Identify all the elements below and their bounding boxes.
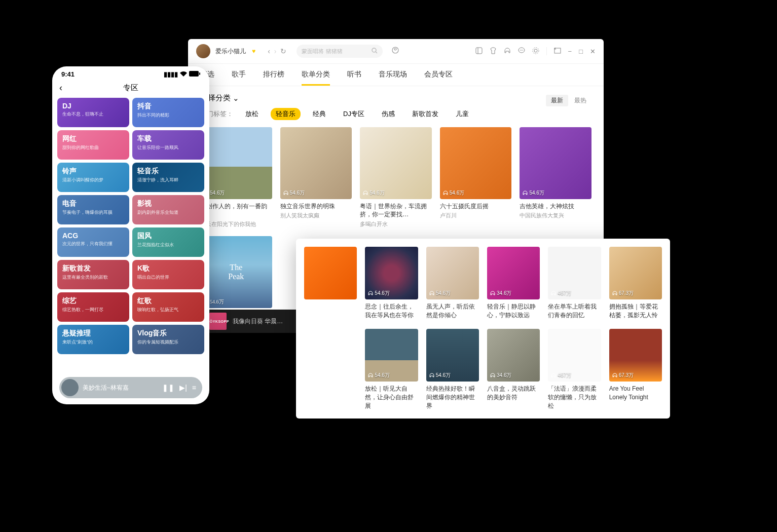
playlist-card[interactable]: 54.6万 六十五摄氏度后摇 卢百川 [440,127,512,228]
category-card[interactable]: 影视剧内剧外音乐全知道 [132,195,204,224]
tab-item[interactable]: 歌单分类 [302,70,330,86]
playlist-title: 听创作人的，别有一番韵味 [200,202,272,219]
tab-item[interactable]: 会员专区 [424,70,453,86]
category-card[interactable]: 电音节奏电子，嗨爆你的耳膜 [57,195,129,224]
panel-title: 八音盒，灵动跳跃的美妙音符 [487,385,540,402]
sort-hottest[interactable]: 最热 [569,95,591,106]
category-card[interactable]: K歌唱出自己的世界 [132,260,204,289]
tag-item[interactable]: 放松 [240,108,264,120]
tab-item[interactable]: 音乐现场 [379,70,407,86]
panel-cover[interactable]: 54.6万 [365,247,418,299]
tab-item[interactable]: 排行榜 [263,70,284,86]
back-icon[interactable]: ‹ [59,83,62,93]
tag-item[interactable]: 新歌首发 [407,108,443,120]
playlist-card[interactable]: The Peak 54.6万 [200,236,272,308]
player-song[interactable]: 我像向日葵 华晨… [233,317,283,326]
panel-cover[interactable]: 54.6万 [426,247,479,299]
mini-player[interactable]: 美妙生活–林宥嘉 ❚❚ ▶| ≡ [59,377,202,398]
panel-card[interactable]: 467万坐在单车上听着我们青春的回忆 [548,247,601,320]
panel-card[interactable]: 67.3万Are You Feel Lonely Tonight [609,329,662,410]
panel-cover[interactable]: 467万 [548,329,601,382]
search-input[interactable]: 蒙面唱将 猪猪猪 [297,45,383,58]
panel-cover[interactable]: 34.6万 [487,247,540,299]
username[interactable]: 爱乐小猫儿 [215,47,246,56]
tag-item[interactable]: DJ专区 [338,108,369,120]
nav-fwd-icon[interactable]: › [274,47,277,55]
panel-cover[interactable] [304,247,357,299]
category-card[interactable]: 悬疑推理来听点"刺激"的 [57,325,129,354]
panel-card[interactable]: 54.6万放松｜听见大自然，让身心自由舒展 [365,329,418,410]
playlist-card[interactable]: 54.6万 听创作人的，别有一番韵味 生长在阳光下的你我他 [200,127,272,228]
category-card[interactable]: 轻音乐清澈宁静，洗入耳畔 [132,163,204,192]
close-icon[interactable]: ✕ [590,48,596,55]
play-count: 54.6万 [368,290,389,297]
mini-player-art[interactable] [61,379,79,396]
category-card[interactable]: 铃声清新小调叫醒你的梦 [57,163,129,192]
refresh-icon[interactable]: ↻ [280,47,286,55]
category-card[interactable]: 抖音抖出不同的精彩 [132,98,204,127]
panel-card[interactable]: 67.3万拥抱孤独｜等爱花枯萎，孤影无人怜 [609,247,662,320]
player-art[interactable]: RÖYKSOPP [209,313,227,330]
gear-icon[interactable] [532,47,539,56]
playlist-cover[interactable]: 54.6万 [280,127,352,199]
playlist-card[interactable]: 54.6万 独立音乐世界的明珠 别人笑我太疯癫 [280,127,352,228]
minimize-icon[interactable]: − [568,48,572,55]
category-card[interactable]: Vlog音乐你的专属短视频配乐 [132,325,204,354]
tab-item[interactable]: 听书 [347,70,361,86]
panel-title: 经典热辣好歌！瞬间燃爆你的精神世界 [426,385,479,410]
panel-card[interactable]: 34.6万八音盒，灵动跳跃的美妙音符 [487,329,540,410]
avatar[interactable] [196,44,210,58]
category-card[interactable]: 网红甜到你的网红歌曲 [57,130,129,160]
nav-back-icon[interactable]: ‹ [268,47,270,55]
mic-icon[interactable] [392,47,399,56]
tag-item[interactable]: 伤感 [377,108,400,120]
tag-item[interactable]: 经典 [308,108,331,120]
panel-card[interactable]: 34.6万轻音乐｜静思以静心，宁静以致远 [487,247,540,320]
status-icons: ▮▮▮▮ [164,70,200,78]
panel-cover[interactable]: 67.3万 [609,247,662,299]
panel-title: Are You Feel Lonely Tonight [609,385,662,402]
panel-cover[interactable]: 34.6万 [487,329,540,382]
panel-cover[interactable]: 67.3万 [609,329,662,382]
grid-icon[interactable] [475,47,483,56]
playlist-cover[interactable]: 54.6万 [520,127,591,199]
panel-card[interactable] [304,247,357,320]
pause-icon[interactable]: ❚❚ [162,384,174,392]
category-card[interactable]: 车载让音乐陪你一路顺风 [132,130,204,160]
category-card[interactable]: 新歌首发这里有最全类别的新歌 [57,260,129,289]
search-icon[interactable] [372,48,378,55]
svg-rect-1 [199,72,200,75]
maximize-icon[interactable]: □ [579,48,583,55]
category-card[interactable]: 国风兰花指捻红尘似水 [132,227,204,257]
playlist-cover[interactable]: 54.6万 [360,127,432,199]
tab-item[interactable]: 歌手 [232,70,246,86]
category-card[interactable]: ACG次元的世界，只有我们懂 [57,227,129,257]
list-icon[interactable]: ≡ [192,384,196,392]
headphone-icon[interactable] [504,47,511,56]
tag-item[interactable]: 轻音乐 [271,108,301,120]
panel-card[interactable]: 467万「法语」浪漫而柔软的慵懒，只为放松 [548,329,601,410]
panel-card[interactable]: 54.6万经典热辣好歌！瞬间燃爆你的精神世界 [426,329,479,410]
panel-cover[interactable]: 54.6万 [365,329,418,382]
svg-point-5 [394,48,396,50]
shirt-icon[interactable] [490,47,497,56]
category-subtitle: 节奏电子，嗨爆你的耳膜 [62,209,124,216]
panel-cover[interactable]: 54.6万 [426,329,479,382]
playlist-cover[interactable]: 54.6万 [440,127,512,199]
playlist-cover[interactable]: 54.6万 [200,127,272,199]
category-card[interactable]: 红歌嘹响红歌，弘扬正气 [132,292,204,322]
panel-cover[interactable]: 467万 [548,247,601,299]
playlist-card[interactable]: 54.6万 粤语｜世界纷杂，车流拥挤，你一定要找… 多喝白开水 [360,127,432,228]
category-card[interactable]: 综艺综艺热歌，一网打尽 [57,292,129,322]
playlist-card[interactable]: 54.6万 吉他英雄，大神炫技 中国民族伟大复兴 [520,127,591,228]
panel-card[interactable]: 54.6万思念｜往后余生，我在等风也在等你 [365,247,418,320]
playlist-cover[interactable]: The Peak 54.6万 [200,236,272,308]
panel-card[interactable]: 54.6万虽无人声，听后依然是你倾心 [426,247,479,320]
pip-icon[interactable] [554,47,561,56]
sort-newest[interactable]: 最新 [546,95,568,106]
playlist-title: 吉他英雄，大神炫技 [520,202,591,211]
tag-item[interactable]: 儿童 [451,108,474,120]
comment-icon[interactable] [518,47,525,56]
category-card[interactable]: DJ生命不息，狂嗨不止 [57,98,129,127]
next-icon[interactable]: ▶| [179,384,187,392]
